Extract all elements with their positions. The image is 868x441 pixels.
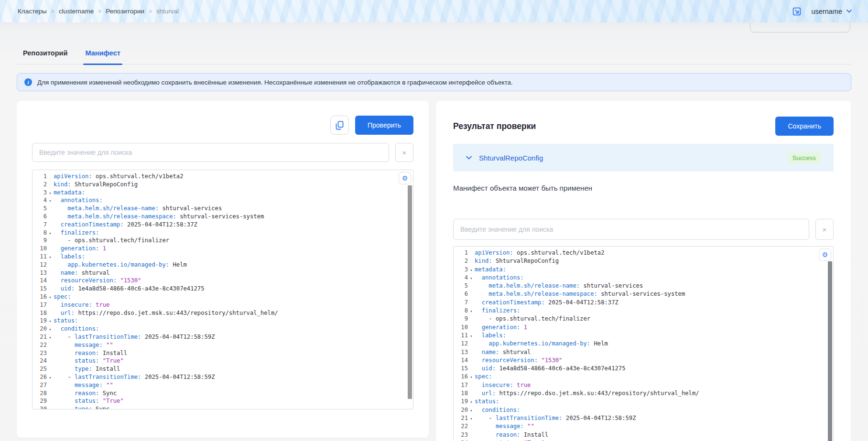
fold-toggle-icon[interactable]: ▾ [468,415,475,423]
code-row[interactable]: 14 resourceVersion: "1530" [454,356,833,365]
code-row[interactable]: 22 message: "" [454,422,833,430]
fold-toggle-icon[interactable]: ▾ [468,374,475,381]
code-row[interactable]: 18 url: https://repo.dso.jet.msk.su:443/… [454,389,833,398]
code-line[interactable]: app.kubernetes.io/managed-by: Helm [475,340,608,347]
open-external-icon[interactable] [792,6,802,17]
code-line[interactable]: status: [54,317,78,324]
code-row[interactable]: 5 meta.helm.sh/release-name: shturval-se… [33,204,413,213]
code-line[interactable]: creationTimestamp: 2025-04-04T12:58:37Z [54,221,197,228]
code-line[interactable]: kind: ShturvalRepoConfig [475,257,559,265]
fold-toggle-icon[interactable]: ▾ [47,374,54,382]
code-line[interactable]: creationTimestamp: 2025-04-04T12:58:37Z [475,299,618,306]
code-row[interactable]: 28 reason: Sync [33,389,413,398]
code-row[interactable]: 9 - ops.shturval.tech/finalizer [454,315,833,323]
code-row[interactable]: 13 name: shturval [33,269,413,277]
code-line[interactable]: type: Install [54,365,120,373]
fold-toggle-icon[interactable]: ▾ [47,334,54,342]
code-line[interactable]: metadata: [475,266,506,273]
code-row[interactable]: 5 meta.helm.sh/release-name: shturval-se… [454,282,833,290]
code-row[interactable]: 17 insecure: true [33,301,413,309]
result-search-input[interactable] [453,219,809,240]
code-row[interactable]: 14 resourceVersion: "1530" [33,277,413,285]
code-row[interactable]: 16▾spec: [33,293,413,301]
code-line[interactable]: status: [475,398,499,405]
code-row[interactable]: 16▾spec: [454,373,833,381]
code-line[interactable]: name: shturval [54,269,109,277]
breadcrumb-item[interactable]: Кластеры [18,8,47,15]
code-row[interactable]: 18 url: https://repo.dso.jet.msk.su:443/… [33,309,413,317]
code-row[interactable]: 4▾ annotations: [454,274,833,282]
code-line[interactable]: annotations: [54,196,103,204]
code-row[interactable]: 12 app.kubernetes.io/managed-by: Helm [33,261,413,269]
code-line[interactable]: message: "" [54,341,113,349]
tab-manifest[interactable]: Манифест [85,49,120,64]
code-row[interactable]: 6 meta.helm.sh/release-namespace: shturv… [454,290,833,298]
fold-toggle-icon[interactable]: ▾ [47,190,54,197]
code-line[interactable]: labels: [54,253,85,260]
code-line[interactable]: meta.helm.sh/release-name: shturval-serv… [54,204,222,212]
code-line[interactable]: reason: Sync [54,389,117,397]
code-row[interactable]: 2kind: ShturvalRepoConfig [454,257,833,265]
code-row[interactable]: 23 reason: Install [454,431,833,439]
code-line[interactable]: kind: ShturvalRepoConfig [54,181,138,188]
collapse-chevron-icon[interactable] [466,155,472,160]
code-line[interactable]: - lastTransitionTime: 2025-04-04T12:58:5… [54,373,215,381]
yaml-editor[interactable]: ⚙ 1apiVersion: ops.shturval.tech/v1beta2… [32,170,413,409]
code-line[interactable]: uid: 1e4a8d58-4866-40c6-a43e-8c4307e4127… [54,285,205,292]
fold-toggle-icon[interactable]: ▾ [468,398,475,406]
code-row[interactable]: 21▾ - lastTransitionTime: 2025-04-04T12:… [33,333,413,341]
code-row[interactable]: 27 message: "" [33,381,413,389]
clear-search-button[interactable]: × [395,143,413,162]
code-row[interactable]: 11▾ labels: [454,332,833,340]
code-row[interactable]: 1apiVersion: ops.shturval.tech/v1beta2 [33,172,413,181]
code-line[interactable]: apiVersion: ops.shturval.tech/v1beta2 [54,172,184,180]
code-line[interactable]: resourceVersion: "1530" [475,356,562,364]
code-row[interactable]: 2kind: ShturvalRepoConfig [33,181,413,189]
fold-toggle-icon[interactable]: ▾ [47,197,54,205]
code-line[interactable]: finalizers: [54,229,99,237]
code-line[interactable]: message: "" [475,422,534,430]
tab-repository[interactable]: Репозиторий [23,49,67,64]
breadcrumb-item[interactable]: clustername [59,8,94,15]
check-button[interactable]: Проверить [355,116,413,135]
code-row[interactable]: 20▾ conditions: [33,325,413,333]
code-line[interactable]: apiVersion: ops.shturval.tech/v1beta2 [475,249,605,257]
code-line[interactable]: - lastTransitionTime: 2025-04-04T12:58:5… [475,414,636,422]
result-editor-scrollbar[interactable] [828,261,832,441]
code-row[interactable]: 24 status: "True" [33,357,413,365]
code-row[interactable]: 30 type: Sync [33,405,413,409]
code-line[interactable]: reason: Install [54,349,127,357]
code-line[interactable]: insecure: true [475,381,531,389]
code-line[interactable]: spec: [475,373,492,380]
code-line[interactable]: annotations: [475,274,524,281]
code-line[interactable]: app.kubernetes.io/managed-by: Helm [54,261,187,269]
code-line[interactable]: insecure: true [54,301,109,309]
editor-scrollbar[interactable] [408,185,412,399]
fold-toggle-icon[interactable]: ▾ [47,326,54,333]
fold-toggle-icon[interactable]: ▾ [468,308,475,315]
code-row[interactable]: 19▾status: [454,398,833,406]
code-row[interactable]: 7 creationTimestamp: 2025-04-04T12:58:37… [33,221,413,229]
code-row[interactable]: 17 insecure: true [454,381,833,389]
code-line[interactable]: resourceVersion: "1530" [54,277,141,284]
code-line[interactable]: - ops.shturval.tech/finalizer [54,237,169,244]
result-yaml-editor[interactable]: ⚙ 1apiVersion: ops.shturval.tech/v1beta2… [453,246,834,441]
code-line[interactable]: status: "True" [475,439,545,441]
code-line[interactable]: uid: 1e4a8d58-4866-40c6-a43e-8c4307e4127… [475,365,626,372]
copy-button[interactable] [330,116,349,135]
code-line[interactable]: type: Sync [54,405,109,409]
resource-name-link[interactable]: ShturvalRepoConfig [479,154,543,162]
code-line[interactable]: meta.helm.sh/release-namespace: shturval… [54,213,264,220]
code-row[interactable]: 3▾metadata: [33,189,413,197]
code-line[interactable]: url: https://repo.dso.jet.msk.su:443/rep… [54,309,278,317]
code-row[interactable]: 29 status: "True" [33,397,413,405]
code-row[interactable]: 24 status: "True" [454,439,833,441]
code-line[interactable]: reason: Install [475,431,548,439]
fold-toggle-icon[interactable]: ▾ [47,294,54,301]
fold-toggle-icon[interactable]: ▾ [47,318,54,325]
code-row[interactable]: 10 generation: 1 [454,323,833,332]
code-row[interactable]: 9 - ops.shturval.tech/finalizer [33,237,413,245]
code-line[interactable]: generation: 1 [54,245,106,252]
code-line[interactable]: name: shturval [475,348,531,356]
user-menu[interactable]: username [812,8,852,15]
